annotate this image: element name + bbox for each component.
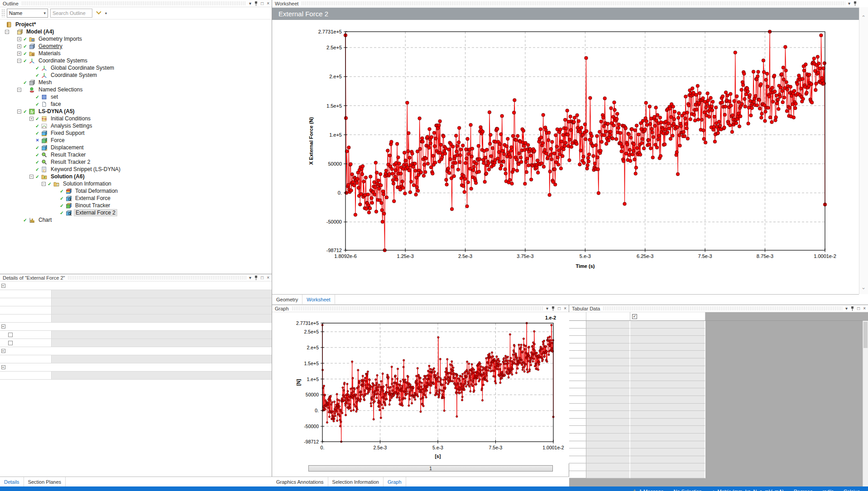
tree-item-external-force[interactable]: ✓External Force	[0, 195, 272, 202]
table-row[interactable]	[569, 373, 863, 381]
force-cell[interactable]	[630, 426, 705, 434]
time-cell[interactable]	[586, 329, 630, 336]
time-cell[interactable]	[586, 388, 630, 396]
details-value[interactable]	[52, 298, 272, 306]
tabular-time-header[interactable]	[586, 312, 630, 320]
tab-worksheet[interactable]: Worksheet	[302, 295, 335, 304]
force-cell[interactable]	[630, 448, 705, 456]
force-cell[interactable]	[630, 471, 705, 479]
collapse-icon[interactable]: −	[41, 182, 46, 186]
status-temperature-unit[interactable]: Celsius	[844, 489, 860, 491]
close-icon[interactable]: ×	[267, 276, 269, 280]
toolbar-grip-handle[interactable]	[1, 9, 5, 17]
table-row[interactable]	[569, 404, 863, 411]
tabular-force-header[interactable]: ✓	[630, 312, 705, 320]
force-cell[interactable]	[630, 343, 705, 351]
collapse-icon[interactable]: −	[0, 363, 6, 371]
table-row[interactable]	[569, 321, 863, 329]
force-cell[interactable]	[630, 388, 705, 396]
tree-item-result-tracker-2[interactable]: ✓Result Tracker 2	[0, 158, 272, 166]
table-row[interactable]	[569, 388, 863, 396]
collapse-icon[interactable]: −	[17, 59, 22, 63]
tree-item-coordinate-systems[interactable]: −✓Coordinate Systems	[0, 57, 272, 64]
time-cell[interactable]	[586, 321, 630, 329]
chevron-down-icon[interactable]: ▾	[105, 11, 107, 15]
checkbox[interactable]	[8, 341, 13, 345]
table-row[interactable]	[569, 366, 863, 374]
checkbox[interactable]	[8, 333, 13, 337]
tree-item-geometry-imports[interactable]: +✓Geometry Imports	[0, 35, 272, 43]
tree-item-chart[interactable]: ✓Chart	[0, 216, 272, 224]
force-cell[interactable]	[630, 396, 705, 404]
tree-item-result-tracker[interactable]: ✓Result Tracker	[0, 151, 272, 158]
time-cell[interactable]	[586, 381, 630, 389]
maximize-icon[interactable]: □	[261, 276, 264, 280]
collapse-icon[interactable]: −	[29, 175, 34, 179]
pin-icon[interactable]	[851, 306, 854, 311]
force-cell[interactable]	[630, 321, 705, 329]
force-cell[interactable]	[630, 351, 705, 358]
tree-item-model-a4[interactable]: −Model (A4)	[0, 28, 272, 35]
time-cell[interactable]	[586, 434, 630, 441]
time-cell[interactable]	[586, 441, 630, 449]
tree-item-project[interactable]: Project*	[0, 21, 272, 28]
close-icon[interactable]: ×	[267, 1, 269, 6]
tab-selection-information[interactable]: Selection Information	[328, 477, 384, 486]
expand-icon[interactable]: +	[17, 44, 22, 48]
tree-item-total-deformation[interactable]: ✓Total Deformation	[0, 187, 272, 195]
status-angular-velocity-unit[interactable]: rad/s	[822, 489, 833, 491]
table-row[interactable]	[569, 471, 863, 479]
details-group-results[interactable]: −	[0, 323, 272, 331]
time-step-slider[interactable]: 1	[308, 465, 553, 472]
checked-checkbox[interactable]: ✓	[632, 314, 637, 319]
force-cell[interactable]	[630, 463, 705, 471]
chevron-down-icon[interactable]: ▾	[845, 306, 848, 311]
table-row[interactable]	[569, 381, 863, 389]
force-cell[interactable]	[630, 404, 705, 411]
tree-item-analysis-settings[interactable]: ✓Analysis Settings	[0, 122, 272, 129]
expand-options-button[interactable]	[95, 9, 103, 17]
tree-item-binout-tracker[interactable]: ✓Binout Tracker	[0, 202, 272, 209]
details-group-advanced[interactable]: −	[0, 363, 272, 372]
tree-item-ls-dyna-a5[interactable]: −✓LS-DYNA (A5)	[0, 108, 272, 115]
status-messages[interactable]: ⚠ 1 Message	[632, 488, 664, 491]
table-row[interactable]	[569, 411, 863, 419]
chevron-down-icon[interactable]: ▾	[249, 1, 251, 6]
tree-item-solution-a6[interactable]: −✓Solution (A6)	[0, 173, 272, 180]
force-cell[interactable]	[630, 329, 705, 336]
maximize-icon[interactable]: □	[261, 1, 264, 6]
time-cell[interactable]	[586, 396, 630, 404]
table-row[interactable]	[569, 351, 863, 358]
force-cell[interactable]	[630, 419, 705, 426]
collapse-icon[interactable]: −	[17, 88, 22, 92]
details-value[interactable]	[52, 331, 272, 338]
outline-filter-dropdown[interactable]: Name ▾	[7, 9, 48, 18]
time-cell[interactable]	[586, 471, 630, 479]
table-row[interactable]	[569, 434, 863, 441]
time-cell[interactable]	[586, 426, 630, 434]
force-cell[interactable]	[630, 373, 705, 381]
status-angle-unit[interactable]: Degrees	[794, 489, 813, 491]
tree-item-named-selections[interactable]: −Named Selections	[0, 86, 272, 93]
force-cell[interactable]	[630, 456, 705, 464]
chevron-down-icon[interactable]: ▾	[249, 276, 251, 280]
tree-item-solution-information[interactable]: −✓iSolution Information	[0, 180, 272, 187]
expand-icon[interactable]: +	[17, 52, 22, 56]
pin-icon[interactable]	[254, 1, 258, 6]
time-cell[interactable]	[586, 448, 630, 456]
collapse-icon[interactable]: −	[0, 323, 6, 330]
tab-geometry[interactable]: Geometry	[272, 295, 302, 304]
table-row[interactable]	[569, 456, 863, 464]
tree-item-force[interactable]: ✕Force	[0, 137, 272, 144]
scroll-up-icon[interactable]: ⌃	[861, 15, 866, 20]
time-cell[interactable]	[586, 358, 630, 366]
tree-item-keyword-snippet-ls-dyna[interactable]: ✓CKeyword Snippet (LS-DYNA)	[0, 166, 272, 173]
worksheet-scrollbar[interactable]: ⌃ ⌄	[859, 7, 868, 294]
tree-item-global-coordinate-system[interactable]: ✓Global Coordinate System	[0, 64, 272, 72]
tree-item-displacement[interactable]: ✓Displacement	[0, 144, 272, 151]
table-row[interactable]	[569, 419, 863, 426]
force-cell[interactable]	[630, 358, 705, 366]
maximize-icon[interactable]: □	[558, 306, 561, 311]
tree-item-initial-conditions[interactable]: +✓T=0Initial Conditions	[0, 115, 272, 122]
details-value[interactable]	[52, 290, 272, 298]
